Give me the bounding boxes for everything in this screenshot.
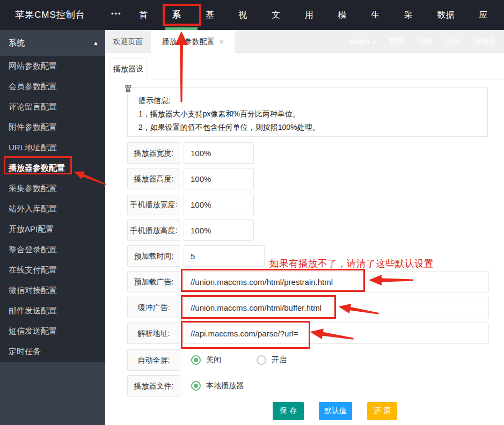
sidebar-item-comment-config[interactable]: 评论留言配置 xyxy=(0,97,105,117)
field-label-player-width: 播放器宽度: xyxy=(127,142,180,164)
link-forum[interactable]: 论坛 xyxy=(418,36,433,46)
nav-item-video[interactable]: 视频 xyxy=(230,0,264,30)
field-label-preload-time: 预加载时间: xyxy=(127,245,180,267)
tab-player-label: 播放器参数配置 xyxy=(162,37,214,47)
sidebar-header-label: 系统 xyxy=(9,30,25,56)
notice-box: 提示信息: 1，播放器大小支持px像素和%百分比两种单位。 2，如果设置的值不包… xyxy=(127,87,488,137)
notice-line-1: 1，播放器大小支持px像素和%百分比两种单位。 xyxy=(138,107,487,121)
player-file-options: 本地播放器 xyxy=(191,375,244,397)
sidebar-item-site-config[interactable]: 网站参数配置 xyxy=(0,56,105,76)
collapse-arrow-icon: ▲ xyxy=(93,30,99,56)
restore-button[interactable]: 还 原 xyxy=(367,402,397,420)
user-menu[interactable]: admin▼ xyxy=(349,37,377,46)
form-row: 手机播放宽度: xyxy=(0,194,504,215)
input-player-width[interactable] xyxy=(184,142,254,164)
radio-label-off: 关闭 xyxy=(206,355,221,365)
more-icon[interactable]: ••• xyxy=(111,0,122,30)
radio-label-on: 开启 xyxy=(272,355,287,365)
chevron-down-icon: ▼ xyxy=(372,40,377,45)
link-official-site[interactable]: 官网 xyxy=(390,36,405,46)
field-label-buffer-ad: 缓冲广告: xyxy=(127,297,180,318)
field-label-mobile-height: 手机播放高度: xyxy=(127,219,180,241)
sidebar-item-member-config[interactable]: 会员参数配置 xyxy=(0,76,105,97)
radio-option-local-player[interactable]: 本地播放器 xyxy=(191,381,244,391)
nav-item-system[interactable]: 系统 xyxy=(164,0,198,30)
nav-item-article[interactable]: 文章 xyxy=(264,0,297,30)
subtab-divider xyxy=(105,79,504,79)
sidebar-header[interactable]: 系统 ▲ xyxy=(0,30,105,56)
username: admin xyxy=(349,37,369,46)
radio-option-on[interactable]: 开启 xyxy=(257,355,287,365)
form-row: 预加载广告: xyxy=(0,271,504,292)
nav-item-app[interactable]: 应用 xyxy=(471,0,504,30)
form-row: 手机播放高度: xyxy=(0,219,504,241)
tab-welcome-page[interactable]: 欢迎页面 xyxy=(105,30,151,53)
input-parse-url[interactable] xyxy=(184,323,489,344)
radio-option-off[interactable]: 关闭 xyxy=(191,355,221,365)
nav-item-home[interactable]: 首页 xyxy=(131,0,164,30)
form-row: 解析地址: xyxy=(0,323,504,344)
form-row: 缓冲广告: xyxy=(0,297,504,318)
input-mobile-width[interactable] xyxy=(184,194,254,215)
nav-item-basic[interactable]: 基础 xyxy=(197,0,230,30)
user-links: admin▼ 官网 论坛 前台 清缓存 xyxy=(349,30,496,53)
form-row: 播放器高度: xyxy=(0,168,504,189)
field-label-player-height: 播放器高度: xyxy=(127,168,180,189)
field-label-auto-fullscreen: 自动全屏: xyxy=(127,349,180,371)
form-row: 自动全屏: 关闭 开启 xyxy=(0,349,504,371)
notice-line-2: 2，如果设置的值不包含任何单位，则按照100%处理。 xyxy=(138,121,487,134)
app-root: 苹果CMS控制台 ••• 首页 系统 基础 视频 文章 用户 模版 生成 采集 … xyxy=(0,0,504,425)
radio-selected-icon[interactable] xyxy=(191,381,201,391)
input-buffer-ad[interactable] xyxy=(184,297,489,318)
nav-item-user[interactable]: 用户 xyxy=(297,0,330,30)
nav-item-template[interactable]: 模版 xyxy=(330,0,363,30)
top-navbar: 苹果CMS控制台 ••• 首页 系统 基础 视频 文章 用户 模版 生成 采集 … xyxy=(0,0,504,30)
input-preload-ad[interactable] xyxy=(184,271,489,292)
nav-item-database[interactable]: 数据库 xyxy=(429,0,471,30)
tab-close-icon[interactable]: × xyxy=(219,38,223,46)
radio-label-local-player: 本地播放器 xyxy=(206,381,244,391)
nav-item-collect[interactable]: 采集 xyxy=(396,0,429,30)
app-logo: 苹果CMS控制台 xyxy=(15,0,85,30)
radio-unselected-icon[interactable] xyxy=(257,355,266,365)
subtab-player-settings[interactable]: 播放器设置 xyxy=(109,58,147,79)
form-row: 播放器宽度: xyxy=(0,142,504,164)
input-preload-time[interactable] xyxy=(184,245,265,267)
tab-player-config[interactable]: 播放器参数配置 × xyxy=(151,30,235,53)
link-frontend[interactable]: 前台 xyxy=(445,36,461,46)
field-label-mobile-width: 手机播放宽度: xyxy=(127,194,180,215)
input-mobile-height[interactable] xyxy=(184,219,254,241)
field-label-preload-ad: 预加载广告: xyxy=(127,271,180,292)
form-row: 预加载时间: xyxy=(0,245,504,267)
sidebar-item-attachment-config[interactable]: 附件参数配置 xyxy=(0,117,105,137)
input-player-height[interactable] xyxy=(184,168,254,189)
notice-title: 提示信息: xyxy=(138,94,487,107)
link-clear-cache[interactable]: 清缓存 xyxy=(473,36,496,46)
nav-item-generate[interactable]: 生成 xyxy=(363,0,396,30)
radio-selected-icon[interactable] xyxy=(191,355,201,365)
field-label-parse-url: 解析地址: xyxy=(127,323,180,344)
field-label-player-file: 播放器文件: xyxy=(127,375,180,397)
form-row: 播放器文件: 本地播放器 xyxy=(0,375,504,397)
auto-fullscreen-options: 关闭 开启 xyxy=(191,349,287,371)
main-nav: 首页 系统 基础 视频 文章 用户 模版 生成 采集 数据库 应用 xyxy=(131,0,504,30)
default-value-button[interactable]: 默认值 xyxy=(319,402,352,420)
save-button[interactable]: 保 存 xyxy=(273,402,304,420)
